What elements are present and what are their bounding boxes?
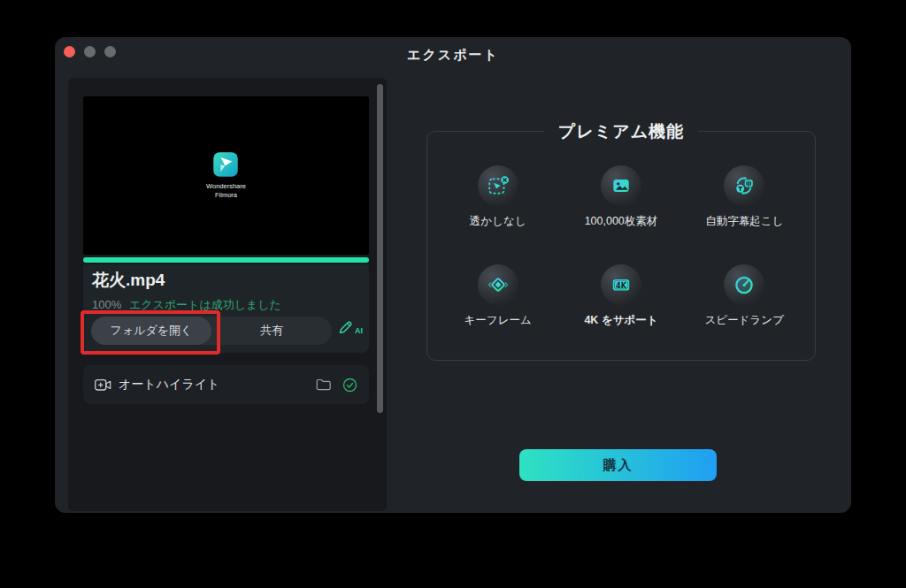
panel-scrollbar[interactable] (377, 84, 383, 413)
feature-label: 自動字幕起こし (705, 214, 783, 229)
feature-stock-media: 100,000枚素材 (559, 165, 682, 229)
export-success-text: エクスポートは成功しました (129, 298, 281, 311)
ai-label: AI (355, 326, 363, 335)
svg-text:4K: 4K (616, 281, 627, 290)
filmora-logo-text-line2: Filmora (215, 191, 237, 200)
feature-label: 4K をサポート (584, 313, 657, 328)
ai-edit-button[interactable]: AI (338, 319, 363, 335)
speed-ramp-icon (724, 264, 764, 305)
export-result-panel: Wondershare Filmora 花火.mp4 100% エクスポートは成… (68, 78, 387, 511)
auto-highlight-label: オートハイライト (119, 377, 219, 393)
video-preview: Wondershare Filmora (83, 96, 369, 255)
feature-label: スピードランプ (705, 313, 784, 328)
feature-label: 透かしなし (470, 214, 526, 229)
share-button[interactable]: 共有 (211, 317, 332, 345)
auto-highlight-row[interactable]: オートハイライト (83, 365, 369, 404)
filmora-logo: Wondershare Filmora (206, 151, 246, 200)
progress-percent: 100% (92, 298, 121, 311)
pencil-icon (338, 319, 354, 335)
feature-auto-caption: 自動字幕起こし (683, 165, 806, 229)
feature-speed-ramp: スピードランプ (683, 264, 806, 328)
video-camera-plus-icon (95, 378, 111, 392)
stock-media-icon (601, 165, 641, 206)
feature-keyframe: キーフレーム (436, 264, 559, 328)
feature-4k-support: 4K 4K をサポート (559, 264, 682, 328)
folder-icon[interactable] (316, 378, 331, 391)
auto-caption-icon (724, 165, 764, 206)
annotation-rectangle (81, 310, 220, 355)
watermark-off-icon (478, 165, 518, 206)
feature-no-watermark: 透かしなし (436, 165, 559, 229)
buy-button[interactable]: 購入 (519, 449, 717, 481)
filmora-logo-icon (212, 151, 239, 178)
window-title: エクスポート (55, 47, 851, 64)
export-dialog-window: エクスポート Wondershare Filmora 花火.mp4 100% エ… (55, 37, 851, 513)
premium-panel-title: プレミアム機能 (544, 120, 698, 143)
export-progress-bar (83, 257, 369, 263)
4k-support-icon: 4K (601, 264, 641, 305)
filmora-logo-text-line1: Wondershare (206, 182, 246, 191)
feature-grid: 透かしなし 100,000枚素材 (427, 132, 815, 328)
premium-features-panel: プレミアム機能 透かしなし (426, 131, 816, 361)
keyframe-icon (478, 264, 518, 305)
success-check-icon (342, 378, 357, 393)
feature-label: キーフレーム (465, 313, 532, 328)
feature-label: 100,000枚素材 (585, 214, 658, 229)
exported-filename: 花火.mp4 (92, 269, 165, 292)
